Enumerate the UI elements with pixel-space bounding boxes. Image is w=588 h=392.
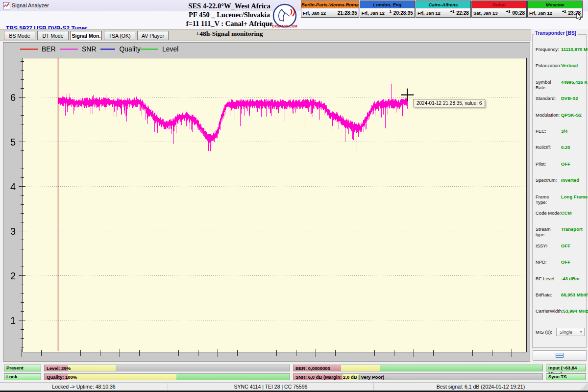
transponder-row-value: Long Frame [561,194,588,205]
transponder-row-label: ISSYI [536,243,561,248]
bar-segment-gray [359,374,542,380]
transponder-row-label: Spectrum: [536,177,561,183]
bar-segment-gray [116,365,290,371]
mis-dropdown[interactable]: Single ▾ [556,328,585,336]
clock-utc-offset: -1 [388,9,392,14]
legend-item-ber: BER [20,45,60,53]
transponder-row-value: CCM [561,210,572,216]
transponder-row: Pilot:OFF [536,161,585,167]
legend-item-snr: SNR [60,45,100,53]
legend-line-icon [60,49,78,50]
signal-chart-canvas[interactable] [3,43,530,361]
clock-time-row: Fri, Jan 1221:28:35 [301,8,359,17]
transponder-row: Standard:DVB-S2 [536,96,585,101]
transponder-row-value: Inverted [561,177,579,183]
transponder-row-label: Frame Type: [536,194,561,205]
monitoring-header: SES 4-22.0°W_West Africa PF 450 _ Lucene… [185,1,273,28]
transponder-row: Frame Type:Long Frame [536,194,585,205]
dxsatcs-logo: DXSATCS.COM [270,3,299,29]
clock-date: Fri, Jan 12 [362,10,385,16]
world-clocks: Berlin-Paris-Vienna-RomaFri, Jan 1221:28… [301,0,583,18]
transponder-row: NPD:OFF [536,259,585,265]
clock-date: Fri, Jan 12 [417,10,441,16]
transponder-row: Modulation:QPSK-S2 [536,112,585,118]
transponder-row-value: -43 dBm [561,276,579,281]
clock-city: Dubai [472,1,526,8]
clock-date: Sat, Jan 13 [473,10,498,16]
transponder-row-value: Transport [561,226,583,237]
clock-time-row: Fri, Jan 12+122:28 [416,8,470,17]
transponder-row: RF Level:-43 dBm [536,276,585,281]
bar-label: Quality: 100% [47,374,77,380]
transponder-row-label: Pilot: [536,161,561,167]
transponder-row-value: 0.20 [561,145,570,150]
mouse-cursor [576,13,583,21]
status-pill: Present [4,365,41,371]
clock-panel: MoscowFri, Jan 12+223:28 [527,0,583,18]
legend-line-icon [20,49,38,50]
transponder-row-label: Modulation: [536,112,561,118]
transponder-row-value: 66,953 Mbit/s [561,292,588,297]
transponder-row: FEC:3/4 [536,128,585,134]
transponder-row: Spectrum:Inverted [536,177,585,183]
clock-city: Berlin-Paris-Vienna-Roma [301,1,359,8]
clock-utc-offset: +3 [506,9,511,14]
bar-label: Level: 29% [47,365,71,371]
statusbar-section: Locked -> Uptime: 48:10:36 [0,383,168,391]
bar-segment-green [380,365,542,371]
header-line3: f=11 111_V : Canal+ Afrique [185,19,273,28]
clock-time: 00:28 [512,10,525,16]
clock-utc-offset: +1 [450,9,455,14]
clock-city: Cairo-Athens [416,1,470,8]
transponder-row-label: RF Level: [536,276,561,281]
clock-panel: DubaiSat, Jan 13+300:28 [471,0,527,18]
transponder-row-value: DVB-S2 [561,96,578,101]
transponder-row-label: Symbol Rate: [536,79,561,90]
tab-signal-mon-[interactable]: Signal Mon. [71,31,102,40]
clock-panel: Cairo-AthensFri, Jan 12+122:28 [416,0,471,18]
legend-label: Quality [119,45,141,53]
transponder-row-label: CarrierWidth: [536,308,563,314]
bar-segment-green [176,374,290,380]
transponder-panel: Frequency:11110,870 MHzPolarization:Vert… [532,34,587,348]
header-line4: +48h-Signal monitoring [185,30,273,38]
monitor-icon [556,353,564,358]
statusbar: Locked -> Uptime: 48:10:36SYNC 4114 | TE… [0,382,588,391]
tab-bs-mode[interactable]: BS Mode [4,31,35,40]
tab-tsa-ok-[interactable]: TSA (OK) [104,31,135,40]
legend-label: BER [42,45,56,53]
clock-time-row: Fri, Jan 12+223:28 [528,8,582,17]
status-pill: Lock [4,373,41,380]
status-pill: Sync TS [546,373,586,380]
legend-label: Level [162,45,178,53]
tab-bar: BS ModeDT ModeSignal Mon.TSA (OK)AV Play… [4,31,171,40]
tab-av-player[interactable]: AV Player [137,31,169,40]
transponder-row-value: Vertical [561,63,578,68]
resize-grip[interactable] [582,384,587,390]
clock-panel: London, EngFri, Jan 12-120:28:35 [360,0,415,18]
transponder-row-label: FEC: [536,128,561,134]
sidebar-tool-button[interactable] [533,350,587,361]
mis-dropdown-value: Single [560,329,572,335]
clock-time-row: Fri, Jan 12-120:28:35 [360,8,415,17]
transponder-row: BitRate:66,953 Mbit/s [536,292,585,297]
clock-time: 22:28 [456,10,469,16]
mis-label: MIS (0): [536,329,552,335]
clock-date: Fri, Jan 12 [303,10,326,16]
chart-tooltip: 2024-01-12 21.28.35, value: 6 [413,99,485,107]
logo-text: DXSATCS.COM [272,24,297,28]
ber-snr-bar: SNR: 6,0 dB (Margin: 2,0 dB | Very Poor) [293,373,543,380]
bar-label: BER: 0,0000000 [295,365,330,371]
transponder-row: Polarization:Vertical [536,63,585,68]
transponder-row: RollOff:0.20 [536,145,585,150]
clock-time-row: Sat, Jan 13+300:28 [472,8,526,17]
transponder-panel-title: Transponder [BS] [534,30,578,36]
bar-label: SNR: 6,0 dB (Margin: 2,0 dB | Very Poor) [295,374,384,380]
tab-dt-mode[interactable]: DT Mode [37,31,69,40]
transponder-row-label: Standard: [536,96,561,101]
transponder-row-value: 3/4 [561,128,567,134]
transponder-row: CarrierWidth:53,994 MHz [536,308,585,314]
ber-snr-bar: BER: 0,0000000 [293,365,543,371]
transponder-row-value: OFF [561,161,570,167]
transponder-row-label: NPD: [536,259,561,265]
